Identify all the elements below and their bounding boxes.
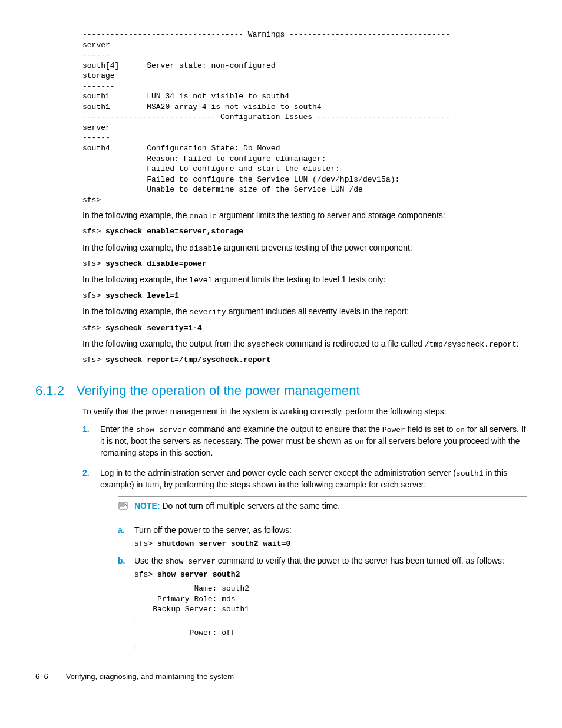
text: argument includes all severity levels in… — [226, 307, 409, 316]
paragraph: In the following example, the enable arg… — [82, 210, 527, 222]
step-list: 1. Enter the show server command and exa… — [82, 424, 527, 648]
command: syscheck level=1 — [105, 291, 179, 300]
paragraph: In the following example, the output fro… — [82, 338, 527, 350]
inline-code: show server — [165, 557, 216, 566]
prompt: sfs> — [134, 539, 157, 548]
text: In the following example, the — [82, 275, 189, 284]
command: syscheck report=/tmp/syscheck.report — [105, 355, 271, 364]
prompt: sfs> — [82, 259, 105, 268]
command: show server south2 — [157, 570, 240, 579]
page-footer: 6–6Verifying, diagnosing, and maintainin… — [35, 671, 527, 682]
terminal-output: ----------------------------------- Warn… — [82, 29, 527, 205]
text: In the following example, the output fro… — [82, 339, 247, 348]
text: argument limits the testing to server an… — [217, 210, 445, 220]
text: Turn off the power to the server, as fol… — [134, 525, 292, 535]
substep-marker: a. — [118, 525, 125, 536]
section-heading: 6.1.2Verifying the operation of the powe… — [35, 382, 527, 400]
prompt: sfs> — [134, 570, 157, 579]
text: In the following example, the — [82, 210, 189, 220]
text: argument prevents testing of the power c… — [222, 243, 412, 252]
text: Log in to the administration server and … — [100, 468, 456, 477]
command-line: sfs> syscheck disable=power — [82, 259, 527, 269]
prompt: sfs> — [82, 355, 105, 364]
command: shutdown server south2 wait=0 — [157, 539, 290, 548]
inline-code: show server — [136, 426, 187, 434]
step-marker: 1. — [82, 424, 90, 436]
note-box: NOTE: Do not turn off multiple servers a… — [118, 496, 527, 516]
command: syscheck disable=power — [105, 259, 207, 268]
text: argument limits the testing to level 1 t… — [212, 275, 385, 284]
inline-code: severity — [189, 308, 226, 317]
inline-code: level — [189, 276, 212, 285]
note-label: NOTE: — [134, 501, 160, 510]
substep-item: a. Turn off the power to the server, as … — [118, 525, 527, 549]
section-title: Verifying the operation of the power man… — [77, 383, 360, 398]
terminal-output: Power: off — [134, 628, 527, 638]
vertical-ellipsis-icon: ... — [134, 618, 527, 625]
step-item: 1. Enter the show server command and exa… — [82, 424, 527, 459]
step-marker: 2. — [82, 467, 90, 479]
paragraph: In the following example, the severity a… — [82, 306, 527, 318]
inline-code: /tmp/syscheck.report — [425, 340, 517, 349]
terminal-output: Name: south2 Primary Role: mds Backup Se… — [134, 584, 527, 615]
text: command to verify that the power to the … — [216, 556, 504, 565]
inline-code: enable — [189, 212, 217, 220]
command-line: sfs> syscheck level=1 — [82, 291, 527, 301]
text: : — [517, 339, 519, 348]
page-number: 6–6 — [35, 671, 48, 682]
inline-code: on — [455, 426, 465, 434]
command: syscheck severity=1-4 — [105, 324, 202, 332]
prompt: sfs> — [82, 291, 105, 300]
text: In the following example, the — [82, 243, 189, 252]
paragraph: In the following example, the level argu… — [82, 274, 527, 286]
command-line: sfs> syscheck enable=server,storage — [82, 226, 527, 237]
section-number: 6.1.2 — [35, 382, 77, 400]
command-line: sfs> show server south2 — [134, 569, 527, 580]
inline-code: south1 — [456, 469, 484, 478]
text: field is set to — [405, 424, 456, 434]
text: command and examine the output to ensure… — [187, 424, 382, 434]
command-line: sfs> syscheck report=/tmp/syscheck.repor… — [82, 355, 527, 365]
step-item: 2. Log in to the administration server a… — [82, 467, 527, 648]
substep-list: a. Turn off the power to the server, as … — [118, 525, 527, 648]
command-line: sfs> shutdown server south2 wait=0 — [134, 539, 527, 549]
note-icon — [118, 500, 128, 512]
substep-item: b. Use the show server command to verify… — [118, 555, 527, 648]
note-text: Do not turn off multiple servers at the … — [160, 501, 340, 510]
command: syscheck enable=server,storage — [105, 227, 243, 236]
paragraph: To verify that the power management in t… — [82, 406, 527, 418]
text: Enter the — [100, 424, 136, 434]
vertical-ellipsis-icon: ... — [134, 642, 527, 648]
command-line: sfs> syscheck severity=1-4 — [82, 323, 527, 334]
paragraph: In the following example, the disable ar… — [82, 242, 527, 254]
text: command is redirected to a file called — [284, 339, 425, 348]
inline-code: syscheck — [247, 340, 283, 349]
text: Use the — [134, 556, 165, 565]
inline-code: Power — [382, 426, 405, 434]
substep-marker: b. — [118, 555, 125, 567]
inline-code: disable — [189, 244, 222, 253]
inline-code: on — [355, 437, 364, 446]
text: In the following example, the — [82, 307, 189, 316]
prompt: sfs> — [82, 227, 105, 236]
footer-title: Verifying, diagnosing, and maintaining t… — [66, 672, 234, 681]
prompt: sfs> — [82, 324, 105, 332]
note-content: NOTE: Do not turn off multiple servers a… — [134, 500, 340, 512]
